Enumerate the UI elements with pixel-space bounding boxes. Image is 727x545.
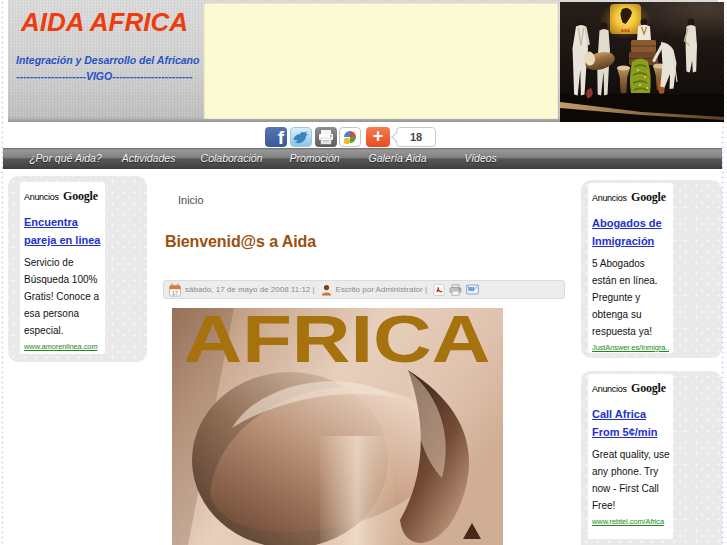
main-menu: ¿Por qué Aida? Actividades Colaboración … [3, 148, 722, 169]
left-ads-module: Anuncios Google Encuentra pareja en line… [8, 176, 147, 362]
article-meta-bar: 17 sábado, 17 de mayo de 2008 11:12 | Es… [163, 280, 565, 299]
ad-left-body: Servicio de Búsqueda 100% Gratis! Conoce… [24, 254, 104, 339]
header-photo-drummers: AIDA [560, 2, 724, 122]
calendar-icon: 17 [169, 283, 181, 297]
ad-right-bottom-body: Great quality, use any phone. Try now - … [592, 446, 672, 514]
print-icon[interactable] [449, 284, 462, 296]
right-ads-module-bottom: Anuncios Google Call Africa From 5¢/min … [581, 371, 722, 545]
menu-item-promocion[interactable]: Promoción [273, 148, 356, 169]
ad-right-top-url-link[interactable]: JustAnswer.es/Inmigra... [592, 343, 669, 354]
ad-left-title-link[interactable]: Encuentra pareja en linea [24, 214, 104, 250]
google-ad-right-bottom: Anuncios Google Call Africa From 5¢/min … [588, 374, 673, 539]
page: AIDA AFRICA Integración y Desarrollo del… [3, 0, 722, 545]
ad-label-prefix: Anuncios [24, 192, 59, 202]
right-ads-module-top: Anuncios Google Abogados de Inmigración … [581, 180, 722, 358]
facebook-share-icon[interactable]: f [265, 127, 287, 147]
google-logo-text: Google [631, 381, 666, 395]
menu-item-por-que-aida[interactable]: ¿Por qué Aida? [24, 148, 107, 169]
sharethis-plus-icon[interactable]: + [366, 127, 390, 147]
google-ad-left: Anuncios Google Encuentra pareja en line… [20, 182, 105, 354]
pdf-icon[interactable] [433, 284, 445, 296]
ad-label: Anuncios Google [592, 187, 672, 205]
article-author: Escrito por Administrator | [336, 281, 427, 298]
ad-label: Anuncios Google [24, 186, 104, 204]
menu-item-colaboracion[interactable]: Colaboración [190, 148, 273, 169]
photo-banner-text: AIDA [621, 29, 630, 33]
article-title: Bienvenid@s a Aida [165, 233, 316, 251]
site-subtitle: Integración y Desarrollo del Africano [16, 54, 199, 67]
ad-right-top-title-link[interactable]: Abogados de Inmigración [592, 215, 672, 251]
content-area: Anuncios Google Encuentra pareja en line… [3, 169, 722, 545]
twitter-share-icon[interactable] [290, 127, 312, 147]
google-ad-right-top: Anuncios Google Abogados de Inmigración … [588, 183, 673, 353]
social-share-bar: f + 18 [3, 122, 722, 148]
site-title: AIDA AFRICA [21, 8, 188, 38]
poster-title-text: AFRICA [184, 308, 491, 376]
menu-item-videos[interactable]: Vídeos [439, 148, 522, 169]
article-date: sábado, 17 de mayo de 2008 11:12 | [185, 281, 315, 298]
author-icon [321, 284, 332, 296]
header: AIDA AFRICA Integración y Desarrollo del… [3, 0, 722, 122]
breadcrumb[interactable]: Inicio [178, 194, 204, 207]
site-subtitle-vigo: --------------------VIGO----------------… [16, 70, 193, 83]
google-logo-text: Google [631, 190, 666, 204]
print-share-icon[interactable] [315, 127, 337, 147]
menu-item-actividades[interactable]: Actividades [107, 148, 190, 169]
google-share-icon[interactable] [339, 127, 361, 147]
share-count-bubble: 18 [396, 127, 436, 147]
ad-left-url-link[interactable]: www.amorenlinea.com [24, 342, 101, 353]
ad-right-top-body: 5 Abogados están en línea. Pregunte y ob… [592, 255, 672, 340]
google-logo-text: Google [63, 189, 98, 203]
header-ad-placeholder [204, 3, 558, 119]
menu-item-galeria-aida[interactable]: Galería Aida [356, 148, 439, 169]
ad-label: Anuncios Google [592, 378, 672, 396]
email-icon[interactable] [466, 284, 479, 295]
calendar-day-number: 17 [172, 289, 178, 295]
ad-right-bottom-url-link[interactable]: www.rebtel.com/Africa [592, 517, 669, 528]
ad-right-bottom-title-link[interactable]: Call Africa From 5¢/min [592, 406, 672, 442]
ad-label-prefix: Anuncios [592, 193, 627, 203]
ad-label-prefix: Anuncios [592, 384, 627, 394]
article-image-africa-poster: AFRICA [172, 308, 503, 545]
